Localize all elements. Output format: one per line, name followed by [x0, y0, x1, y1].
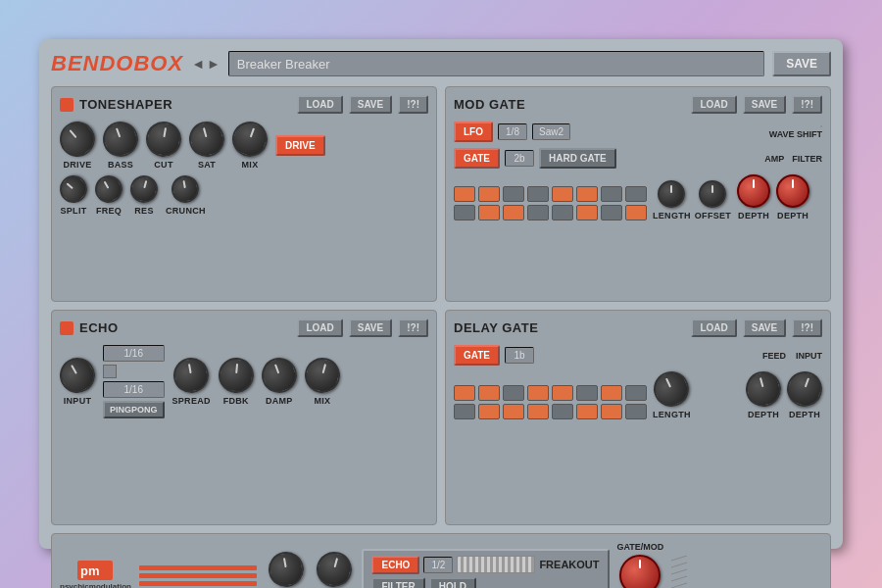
- modgate-help[interactable]: !?!: [792, 95, 822, 114]
- freakout-bar[interactable]: [457, 556, 535, 573]
- gate-pad[interactable]: [503, 186, 524, 202]
- delay-pad[interactable]: [601, 404, 622, 419]
- gate-pad[interactable]: [454, 186, 475, 202]
- echo-input-knob[interactable]: [53, 351, 101, 399]
- echo-indicator: [60, 321, 74, 335]
- gate-pad[interactable]: [478, 186, 500, 202]
- echo-save[interactable]: SAVE: [349, 318, 393, 337]
- gate-pad[interactable]: [552, 186, 573, 202]
- gate-pad[interactable]: [503, 205, 524, 220]
- delay-pad[interactable]: [576, 404, 598, 419]
- nav-arrows[interactable]: ◄ ►: [191, 56, 220, 72]
- echo-fdbk-knob[interactable]: [217, 356, 255, 394]
- delay-pad[interactable]: [601, 385, 622, 401]
- gate-button[interactable]: GATE: [454, 148, 500, 169]
- toneshaper-row2: SPLIT FREQ RES CRUNCH: [60, 175, 428, 216]
- gate-pad[interactable]: [454, 205, 475, 220]
- drive-toggle-button[interactable]: DRIVE: [275, 135, 325, 156]
- delay-pad[interactable]: [478, 404, 500, 419]
- bass-knob[interactable]: [98, 117, 143, 162]
- echo-damp-knob[interactable]: [257, 353, 302, 398]
- gate-pad[interactable]: [576, 205, 598, 220]
- echo-spread-knob[interactable]: [171, 355, 212, 396]
- delay-division: 1b: [505, 347, 534, 364]
- gate-pad[interactable]: [576, 186, 598, 202]
- delaygate-help[interactable]: !?!: [792, 318, 822, 337]
- toneshaper-save[interactable]: SAVE: [349, 95, 393, 114]
- echo-mix-knob[interactable]: [301, 354, 344, 397]
- echo-toggle-button[interactable]: ECHO: [371, 556, 419, 574]
- freq-knob[interactable]: [90, 171, 127, 208]
- delay-pad[interactable]: [454, 404, 475, 419]
- delay-pad[interactable]: [625, 385, 647, 401]
- hard-gate-button[interactable]: HARD GATE: [539, 148, 616, 169]
- main-save-button[interactable]: SAVE: [772, 51, 831, 76]
- echo-damp-label: DAMP: [266, 396, 293, 406]
- gate-mod-knob[interactable]: [619, 555, 661, 588]
- delay-pad[interactable]: [625, 404, 647, 419]
- amp-depth-knob[interactable]: [737, 174, 770, 208]
- gate-pad[interactable]: [625, 205, 647, 220]
- mix-knob[interactable]: [227, 117, 272, 162]
- delaygate-load[interactable]: LOAD: [691, 318, 736, 337]
- crunch-knob[interactable]: [170, 173, 201, 205]
- drive-knob[interactable]: [53, 115, 103, 165]
- echo-load[interactable]: LOAD: [297, 318, 342, 337]
- split-knob[interactable]: [54, 170, 92, 208]
- gate-pad[interactable]: [625, 186, 647, 202]
- drywet-knob[interactable]: [266, 549, 307, 588]
- delay-pad[interactable]: [527, 404, 549, 419]
- modgate-load[interactable]: LOAD: [691, 95, 736, 114]
- length-knob[interactable]: [658, 180, 685, 208]
- lfo-division: 1/8: [498, 123, 527, 140]
- delay-length-knob[interactable]: [648, 366, 695, 413]
- echo-help[interactable]: !?!: [398, 318, 428, 337]
- echo-mix-label: MIX: [314, 396, 330, 406]
- delay-pad[interactable]: [503, 385, 524, 401]
- gate-pad[interactable]: [527, 186, 549, 202]
- plugin-container: BENDOBOX ◄ ► Breaker Breaker SAVE TONESH…: [39, 39, 843, 549]
- gate-pad[interactable]: [601, 186, 622, 202]
- sat-label: SAT: [198, 160, 216, 170]
- stripe-1: [139, 565, 257, 570]
- delay-pad[interactable]: [576, 385, 598, 401]
- filter-depth-knob[interactable]: [776, 174, 809, 208]
- gate-pad[interactable]: [552, 205, 573, 220]
- pingpong-button[interactable]: PINGPONG: [103, 401, 165, 418]
- echo-time-block[interactable]: [103, 365, 117, 378]
- delay-gate-button[interactable]: GATE: [454, 345, 500, 366]
- delay-length-label: LENGTH: [653, 410, 691, 419]
- next-arrow[interactable]: ►: [207, 56, 220, 72]
- delay-pad[interactable]: [527, 385, 549, 401]
- volume-knob[interactable]: [313, 547, 356, 588]
- gate-pad[interactable]: [601, 205, 622, 220]
- res-knob[interactable]: [127, 172, 161, 206]
- lfo-button[interactable]: LFO: [454, 122, 493, 142]
- cut-knob[interactable]: [143, 119, 184, 160]
- diagonal-lines-svg: [671, 556, 687, 588]
- offset-knob[interactable]: [699, 180, 726, 208]
- sat-knob[interactable]: [185, 118, 228, 161]
- delay-pad[interactable]: [503, 404, 524, 419]
- wave-shift-label: WAVE SHIFT: [769, 129, 822, 139]
- delay-pad[interactable]: [478, 385, 500, 401]
- prev-arrow[interactable]: ◄: [191, 56, 205, 72]
- hold-button[interactable]: HOLD: [429, 577, 476, 589]
- wave-shift-bar[interactable]: [820, 125, 822, 127]
- delay-feed-knob[interactable]: [742, 368, 785, 411]
- gate-mod-section: GATE/MOD TOTAL: [617, 542, 664, 588]
- toneshaper-help[interactable]: !?!: [398, 95, 428, 114]
- toneshaper-load[interactable]: LOAD: [297, 95, 342, 114]
- svg-line-2: [671, 556, 687, 561]
- modgate-save[interactable]: SAVE: [743, 95, 787, 114]
- delay-pad[interactable]: [552, 404, 573, 419]
- gate-pad[interactable]: [478, 205, 500, 220]
- gate-pad[interactable]: [527, 205, 549, 220]
- main-body: TONESHAPER LOAD SAVE !?! DRIVE BASS: [51, 86, 831, 525]
- delay-pad[interactable]: [552, 385, 573, 401]
- delay-input-depth-knob[interactable]: [782, 367, 827, 412]
- filter-toggle-button[interactable]: FILTER: [371, 577, 424, 589]
- delaygate-save[interactable]: SAVE: [743, 318, 787, 337]
- delay-pad[interactable]: [454, 385, 475, 401]
- offset-label: OFFSET: [695, 211, 731, 220]
